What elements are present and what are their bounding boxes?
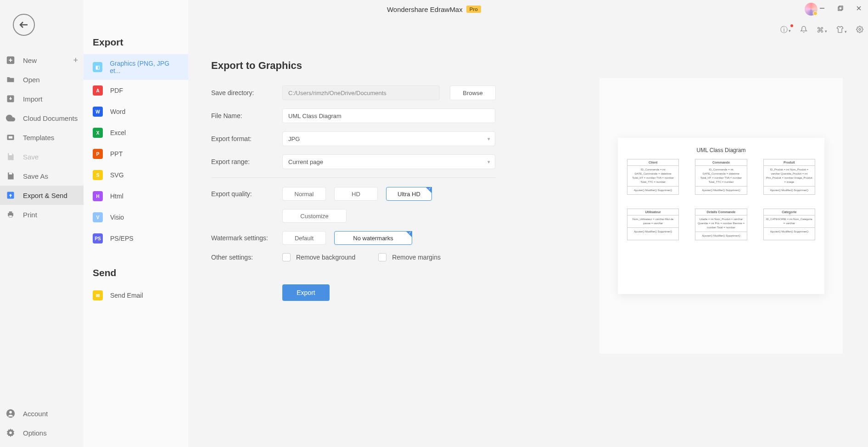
plus-icon[interactable]: + xyxy=(73,56,78,65)
import-icon xyxy=(6,94,16,104)
watermark-default[interactable]: Default xyxy=(282,231,326,245)
uml-categorie: CategorieID_CATEGORIE = int Nom_Categori… xyxy=(763,209,815,240)
graphics-icon: ◧ xyxy=(93,62,102,72)
folder-icon xyxy=(6,74,16,85)
export-button[interactable]: Export xyxy=(282,284,330,301)
export-visio[interactable]: VVisio xyxy=(84,207,188,228)
uml-produit: ProduitID_Produit = int Nom_Produit = va… xyxy=(763,159,815,195)
nav-print[interactable]: Print xyxy=(0,205,84,224)
preview-title: UML Class Diagram xyxy=(627,147,815,153)
svg-rect-12 xyxy=(9,136,12,139)
print-icon xyxy=(6,209,16,220)
export-icon xyxy=(6,190,16,200)
export-panel: Export ◧Graphics (PNG, JPG et... APDF WW… xyxy=(84,0,188,447)
quality-hd[interactable]: HD xyxy=(334,187,378,201)
watermark-none[interactable]: No watermarks xyxy=(334,231,412,245)
html-icon: H xyxy=(93,191,103,201)
range-label: Export range: xyxy=(211,158,282,165)
remove-bg-checkbox[interactable] xyxy=(282,253,291,261)
plus-box-icon xyxy=(6,55,16,65)
nav-templates[interactable]: Templates xyxy=(0,128,84,147)
preview-panel: UML Class Diagram ClientID_Commande = in… xyxy=(599,78,843,354)
svg-rect-14 xyxy=(9,173,12,175)
templates-icon xyxy=(6,132,16,142)
quality-customize[interactable]: Customize xyxy=(282,209,347,223)
word-icon: W xyxy=(93,107,103,117)
quality-ultra-hd[interactable]: Ultra HD xyxy=(386,187,432,201)
export-excel[interactable]: XExcel xyxy=(84,122,188,143)
account-icon xyxy=(6,408,16,419)
save-dir-input[interactable]: C:/Users/rimzh/OneDrive/Documents xyxy=(282,85,440,100)
svg-point-20 xyxy=(9,411,12,414)
nav-open[interactable]: Open xyxy=(0,70,84,89)
send-title: Send xyxy=(84,249,188,285)
pdf-icon: A xyxy=(93,85,103,96)
export-svg[interactable]: SSVG xyxy=(84,164,188,186)
nav-options[interactable]: Options xyxy=(0,423,84,442)
nav-save: Save xyxy=(0,147,84,166)
nav-cloud[interactable]: Cloud Documents xyxy=(0,108,84,128)
visio-icon: V xyxy=(93,212,103,222)
range-select[interactable]: Current page xyxy=(282,154,495,169)
page-title: Export to Graphics xyxy=(211,60,845,72)
format-label: Export format: xyxy=(211,135,282,142)
preview-content: UML Class Diagram ClientID_Commande = in… xyxy=(618,138,824,294)
remove-margins-checkbox[interactable] xyxy=(378,253,386,261)
export-html[interactable]: HHtml xyxy=(84,186,188,207)
ppt-icon: P xyxy=(93,149,103,159)
nav-import[interactable]: Import xyxy=(0,89,84,108)
watermark-label: Watermark settings: xyxy=(211,234,282,242)
nav-new[interactable]: New+ xyxy=(0,51,84,70)
save-as-icon xyxy=(6,171,16,181)
uml-commande: CommandeID_Commande = int DATE_Commande … xyxy=(695,159,747,195)
quality-normal[interactable]: Normal xyxy=(282,187,326,201)
left-nav: New+ Open Import Cloud Documents Templat… xyxy=(0,51,84,224)
cloud-icon xyxy=(6,113,16,123)
pseps-icon: PS xyxy=(93,233,103,243)
save-icon xyxy=(6,152,16,162)
export-graphics[interactable]: ◧Graphics (PNG, JPG et... xyxy=(84,54,188,80)
nav-export-send[interactable]: Export & Send xyxy=(0,186,84,205)
svg-point-21 xyxy=(9,431,12,434)
uml-details: Details CommandeLibelle = int Nom_Produi… xyxy=(695,209,747,240)
remove-bg-label: Remove background xyxy=(296,254,355,261)
export-title: Export xyxy=(84,14,188,54)
export-pdf[interactable]: APDF xyxy=(84,80,188,101)
nav-save-as[interactable]: Save As xyxy=(0,166,84,186)
export-ppt[interactable]: PPPT xyxy=(84,143,188,164)
quality-label: Export quality: xyxy=(211,190,282,198)
save-dir-label: Save directory: xyxy=(211,89,282,96)
checkmark-icon xyxy=(406,231,412,238)
bottom-nav: Account Options xyxy=(0,404,84,442)
remove-margins-label: Remove margins xyxy=(392,254,441,261)
send-email[interactable]: ✉Send Email xyxy=(84,285,188,306)
file-name-label: File Name: xyxy=(211,112,282,119)
other-label: Other settings: xyxy=(211,254,282,261)
svg-rect-18 xyxy=(9,215,12,217)
checkmark-icon xyxy=(426,187,432,193)
export-word[interactable]: WWord xyxy=(84,101,188,122)
format-select[interactable]: JPG xyxy=(282,131,495,146)
excel-icon: X xyxy=(93,128,103,138)
file-name-input[interactable]: UML Class Diagram xyxy=(282,108,495,123)
export-pseps[interactable]: PSPS/EPS xyxy=(84,228,188,249)
nav-account[interactable]: Account xyxy=(0,404,84,423)
svg-icon: S xyxy=(93,170,103,180)
options-gear-icon xyxy=(6,428,16,438)
svg-rect-17 xyxy=(9,211,12,213)
divider xyxy=(211,177,496,178)
email-icon: ✉ xyxy=(93,290,103,300)
svg-rect-13 xyxy=(9,153,12,155)
browse-button[interactable]: Browse xyxy=(450,85,496,100)
uml-utilisateur: UtilisateurNom_Utilisateur = varchar Mot… xyxy=(627,209,679,240)
back-button[interactable] xyxy=(13,14,35,36)
uml-client: ClientID_Commande = int DATE_Commande = … xyxy=(627,159,679,195)
